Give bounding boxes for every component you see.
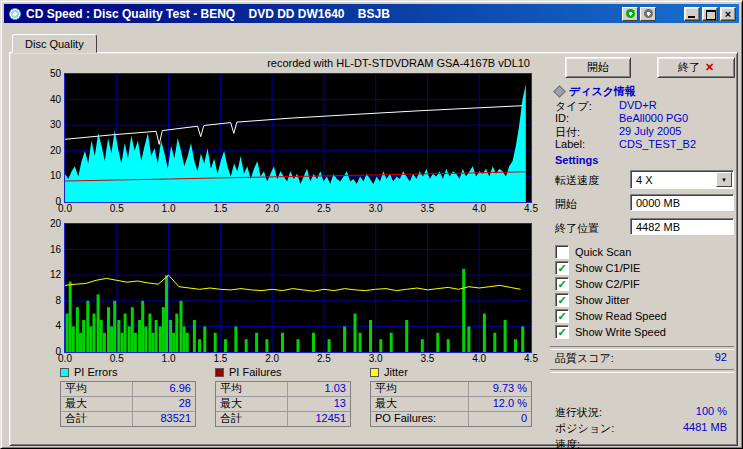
checkbox-label: Show Write Speed <box>575 326 666 338</box>
pi-failures-series <box>297 339 300 352</box>
x-tick-label: 2.5 <box>310 353 338 364</box>
legend-label: Jitter <box>384 366 408 378</box>
separator <box>550 369 734 373</box>
tab-disc-quality[interactable]: Disc Quality <box>12 34 97 53</box>
stat-value: 1.03 <box>287 382 350 396</box>
pi-errors-x-axis: 0.00.51.01.52.02.53.03.54.04.5 <box>65 203 531 215</box>
stat-row: 最大12.0 % <box>371 397 531 412</box>
pi-errors-chart: 01020304050 0.00.51.01.52.02.53.03.54.04… <box>64 73 532 203</box>
check-icon: ✓ <box>557 311 566 321</box>
position-label: ポジション: <box>555 421 614 436</box>
start-button[interactable]: 開始 <box>565 57 631 78</box>
close-button[interactable]: × <box>720 7 736 21</box>
pi-failures-series <box>89 326 92 352</box>
pi-failures-series <box>343 326 346 352</box>
pi-failures-series <box>183 326 186 352</box>
pi-failures-series <box>514 339 517 352</box>
disc-info-icon <box>553 85 566 98</box>
check-icon: ✓ <box>557 263 566 273</box>
progress-value: 100 % <box>696 405 727 417</box>
pi-failures-series <box>354 314 357 352</box>
y-tick-label: 20 <box>25 145 61 156</box>
checkbox-show-c2-pif[interactable]: ✓ Show C2/PIF <box>555 277 640 291</box>
recorded-with-label: recorded with HL-DT-STDVDRAM GSA-4167B v… <box>64 57 530 69</box>
x-tick-label: 4.5 <box>517 203 545 214</box>
checkbox-show-c1-pie[interactable]: ✓ Show C1/PIE <box>555 261 640 275</box>
y-tick-label: 8 <box>25 295 61 306</box>
pi-failures-series <box>390 333 393 352</box>
pi-failures-series <box>100 320 103 352</box>
checkbox-show-jitter[interactable]: ✓ Show Jitter <box>555 293 629 307</box>
pi-failures-series <box>504 320 507 352</box>
stat-value: 12451 <box>287 412 350 426</box>
pi-failures-series <box>521 326 524 352</box>
position-value: 4481 MB <box>683 421 727 433</box>
pi-failures-series <box>97 294 100 352</box>
x-tick-label: 3.5 <box>413 203 441 214</box>
x-tick-label: 3.0 <box>362 353 390 364</box>
pi-failures-series <box>359 333 362 352</box>
quick-scan-checkbox[interactable]: ✓ <box>555 245 569 259</box>
title-bar[interactable]: CD Speed : Disc Quality Test - BENQ DVD … <box>4 4 739 23</box>
checkbox-label: Show Jitter <box>575 294 629 306</box>
start-position-input[interactable]: 0000 MB <box>630 194 734 211</box>
disc-info-header-label: ディスク情報 <box>569 84 636 99</box>
checkbox-show-write-speed[interactable]: ✓ Show Write Speed <box>555 325 666 339</box>
legend-label: PI Failures <box>229 366 282 378</box>
y-tick-label: 16 <box>25 244 61 255</box>
check-icon: ✓ <box>557 327 566 337</box>
stat-label: 最大 <box>371 397 468 411</box>
exit-button[interactable]: 終了 ✕ <box>657 57 735 78</box>
minimize-button[interactable] <box>684 7 700 21</box>
maximize-button[interactable] <box>702 7 718 21</box>
titlebar-green-disc-icon[interactable] <box>622 7 638 21</box>
pi-errors-chart-canvas <box>65 74 531 202</box>
checkbox-quick-scan[interactable]: ✓ Quick Scan <box>555 245 631 259</box>
pi-failures-series <box>265 339 268 352</box>
maximize-icon <box>706 10 716 20</box>
x-tick-label: 0.5 <box>103 203 131 214</box>
y-tick-label: 10 <box>25 170 61 181</box>
show-read-speed-checkbox[interactable]: ✓ <box>555 309 569 323</box>
speed-select[interactable]: 4 X ▼ <box>630 170 734 189</box>
pi-failures-series <box>107 307 110 352</box>
dropdown-button[interactable]: ▼ <box>716 172 732 187</box>
pi-failures-series <box>72 326 75 352</box>
minimize-icon <box>688 16 695 18</box>
start-button-label: 開始 <box>587 60 609 75</box>
chevron-down-icon: ▼ <box>721 177 727 183</box>
legend-label: PI Errors <box>74 366 117 378</box>
show-c2-pif-checkbox[interactable]: ✓ <box>555 277 569 291</box>
green-disc-glyph <box>626 9 635 18</box>
progress-label: 進行状況: <box>555 405 602 420</box>
titlebar-drive-icon[interactable] <box>640 7 656 21</box>
cd-icon <box>9 8 21 20</box>
pi-failures-series <box>369 320 372 352</box>
pi-failures-series <box>76 307 79 352</box>
pi-errors-series <box>65 84 526 202</box>
pi-failures-series <box>169 320 172 352</box>
show-jitter-checkbox[interactable]: ✓ <box>555 293 569 307</box>
y-tick-label: 20 <box>25 218 61 229</box>
speed-label: 転送速度 <box>555 173 599 188</box>
pi-failures-series <box>159 326 162 352</box>
pi-failures-series <box>134 333 137 352</box>
pi-failures-series <box>186 333 189 352</box>
x-tick-label: 1.0 <box>155 353 183 364</box>
stat-label: 最大 <box>216 397 287 411</box>
pi-errors-y-axis: 01020304050 <box>25 74 61 202</box>
pi-failures-series <box>483 314 486 352</box>
show-c1-pie-checkbox[interactable]: ✓ <box>555 261 569 275</box>
disc-quality-page: recorded with HL-DT-STDVDRAM GSA-4167B v… <box>9 52 738 446</box>
pi-failures-legend: PI Failures 平均1.03 最大13 合計12451 <box>215 365 351 427</box>
pi-failures-series <box>69 282 72 352</box>
pi-failures-series <box>138 320 141 352</box>
pi-failures-series <box>312 333 315 352</box>
pi-failures-series <box>144 326 147 352</box>
end-position-input[interactable]: 4482 MB <box>630 218 734 235</box>
drive-glyph <box>644 9 653 18</box>
pi-failures-series <box>379 339 382 352</box>
pi-failures-series <box>421 339 424 352</box>
checkbox-show-read-speed[interactable]: ✓ Show Read Speed <box>555 309 667 323</box>
show-write-speed-checkbox[interactable]: ✓ <box>555 325 569 339</box>
